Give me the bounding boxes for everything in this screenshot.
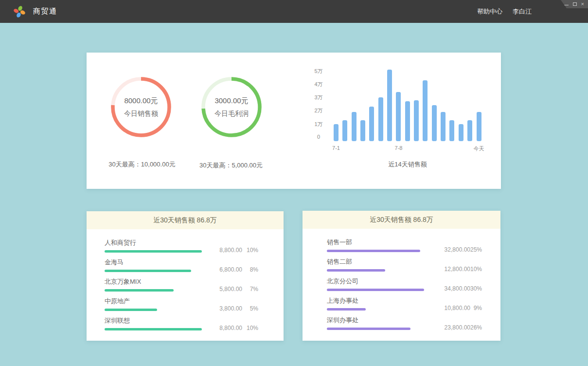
list-item: 中原地产3,800.005% [105,295,258,314]
list-item: 北京分公司34,800.0030% [327,275,482,294]
item-bar [327,289,424,291]
item-amount: 12,800.00 [445,266,470,273]
today-overview-card: 8000.00元 今日销售额 3000.00元 今日毛利润 30天最高：10,0… [87,53,501,189]
department-card-title: 近30天销售额 86.8万 [303,211,500,229]
bar [360,120,365,141]
list-item: 销售一部32,800.0025% [327,236,482,256]
list-item: 深圳办事处23,800.0026% [327,314,482,333]
item-percent: 7% [250,286,258,293]
bar [352,112,356,141]
today-sales-caption: 今日销售额 [124,110,158,118]
profit-30d-max-label: 30天最高：5,000.00元 [182,161,280,170]
item-amount: 8,800.00 [219,247,242,254]
item-bar [327,328,424,330]
item-name: 深圳办事处 [327,316,358,325]
today-profit-value: 3000.00元 [214,96,248,106]
item-name: 深圳联想 [105,316,130,325]
x-axis-label: 今天 [464,145,494,152]
list-item: 销售二部12,800.0010% [327,256,482,275]
item-percent: 8% [250,266,258,273]
bar [396,92,401,141]
bar [405,101,410,141]
item-percent: 30% [470,285,482,292]
list-item: 金海马6,800.008% [105,256,258,275]
today-profit-caption: 今日毛利润 [214,110,249,118]
item-bar [105,250,202,253]
item-percent: 10% [470,266,482,273]
item-amount: 32,800.00 [445,246,470,253]
bar [369,107,374,141]
item-amount: 3,800.00 [219,305,242,312]
item-name: 金海马 [105,258,124,267]
item-percent: 10% [247,325,258,331]
item-bar [105,328,202,330]
item-name: 销售二部 [327,257,352,266]
maximize-icon[interactable] [573,2,577,6]
minimize-icon[interactable] [564,5,569,5]
bar [459,124,463,141]
help-center-link[interactable]: 帮助中心 [477,7,502,16]
bar [378,97,383,141]
item-percent: 10% [247,247,258,254]
item-percent: 5% [250,305,258,312]
item-amount: 10,800.00 [445,305,470,311]
item-bar [327,308,424,311]
list-item: 人和商贸行8,800.0010% [105,237,258,256]
bar [414,100,419,141]
x-axis-label: 7-8 [384,145,413,151]
sales-30d-max-label: 30天最高：10,000.00元 [93,160,191,169]
customer-card-title: 近30天销售额 86.8万 [87,211,284,229]
app-window: 商贸通 帮助中心 李白江 × 8000.00元 今日销售额 [0,0,588,366]
bar [334,124,339,141]
item-bar [105,309,202,311]
titlebar: 商贸通 帮助中心 李白江 × [0,0,588,23]
department-sales-list: 销售一部32,800.0025%销售二部12,800.0010%北京分公司34,… [327,229,482,333]
y-axis-label: 5万 [304,68,333,75]
sales-14d-bar-chart [334,67,481,141]
bar [477,112,481,141]
today-profit-donut: 3000.00元 今日毛利润 [201,77,262,137]
customer-sales-card: 近30天销售额 86.8万 人和商贸行8,800.0010%金海马6,800.0… [87,211,284,341]
y-axis-label: 4万 [304,81,333,88]
item-bar [105,289,202,292]
bar [467,120,472,141]
bar [441,112,445,141]
close-icon[interactable]: × [581,1,584,7]
user-menu[interactable]: 李白江 [513,7,532,16]
list-item: 深圳联想8,800.0010% [105,314,258,334]
customer-sales-list: 人和商贸行8,800.0010%金海马6,800.008%北京万象MIX5,80… [105,229,258,334]
today-sales-donut: 8000.00元 今日销售额 [111,77,171,137]
item-name: 北京万象MIX [105,277,141,286]
item-amount: 34,800.00 [445,285,470,292]
y-axis-label: 2万 [304,107,333,114]
app-logo-icon [13,5,26,18]
bar [449,120,454,141]
item-bar [327,250,424,252]
y-axis-label: 1万 [304,121,333,128]
x-axis-label: 7-1 [321,145,351,151]
item-amount: 6,800.00 [219,266,242,273]
item-percent: 25% [470,246,482,253]
item-name: 中原地产 [105,297,130,306]
item-name: 上海办事处 [327,296,358,305]
bar [432,105,437,141]
item-amount: 8,800.00 [219,325,242,331]
item-bar [105,270,202,272]
window-controls: × [556,0,588,8]
bar [387,70,392,141]
today-sales-value: 8000.00元 [124,96,158,106]
bar [423,80,428,141]
item-name: 北京分公司 [327,277,358,286]
y-axis-label: 3万 [304,94,333,101]
item-name: 销售一部 [327,238,352,247]
item-name: 人和商贸行 [105,238,136,247]
item-bar [327,269,424,272]
department-sales-card: 近30天销售额 86.8万 销售一部32,800.0025%销售二部12,800… [303,211,500,341]
list-item: 北京万象MIX5,800.007% [105,275,258,295]
item-percent: 26% [470,324,482,331]
y-axis-label: 0 [304,134,333,140]
item-amount: 5,800.00 [219,286,242,293]
bar-chart-title: 近14天销售额 [334,160,481,169]
bar [342,120,347,141]
app-title: 商贸通 [33,7,57,16]
